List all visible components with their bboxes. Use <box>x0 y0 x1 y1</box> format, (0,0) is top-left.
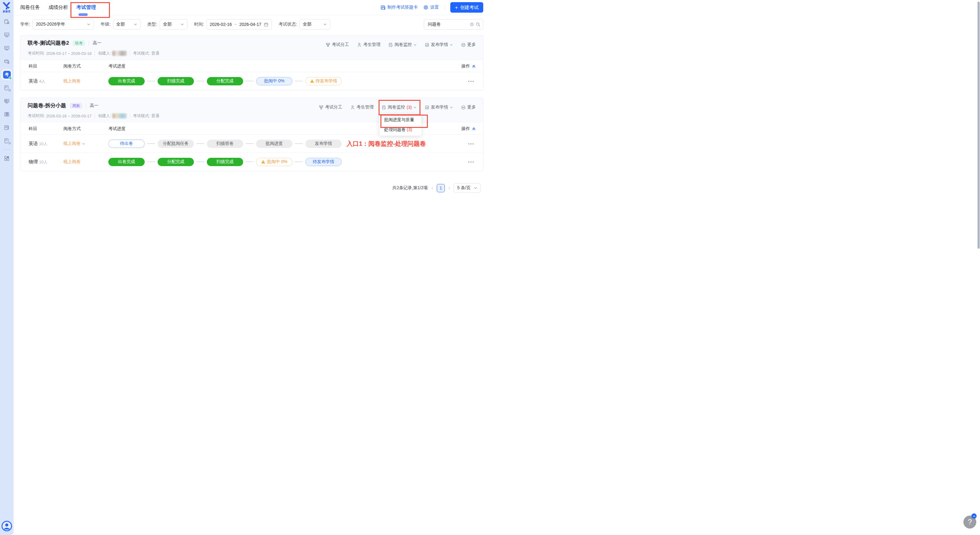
search-icon[interactable] <box>476 22 480 27</box>
step-connector <box>295 161 303 162</box>
progress-step[interactable]: 分配批阅任务 <box>158 140 194 148</box>
sidebar-item-paper-list[interactable] <box>3 124 10 131</box>
exam-status-label: 考试状态: <box>278 22 297 27</box>
progress-step[interactable]: 批阅中 0% <box>256 158 293 166</box>
monitor-pie-icon <box>4 98 10 104</box>
exam-assign-button[interactable]: 考试分工 <box>319 104 342 110</box>
step-connector <box>295 143 303 144</box>
row-more-button[interactable]: ··· <box>468 141 483 146</box>
step-connector <box>196 143 204 144</box>
make-answer-card-button[interactable]: 制作考试答题卡 <box>380 5 418 10</box>
sidebar-item-screen-report[interactable] <box>3 45 10 51</box>
progress-step[interactable]: 批阅进度 <box>256 140 293 148</box>
progress-step[interactable]: 待发布学情 <box>305 158 342 166</box>
step-connector <box>147 81 155 81</box>
page-number-1[interactable]: 1 <box>437 184 445 192</box>
sidebar-item-school-docs[interactable]: 校 <box>3 85 10 91</box>
search-input[interactable] <box>427 22 468 27</box>
sidebar-item-score-analysis[interactable] <box>3 32 10 38</box>
exam-card: 问题卷-拆分小题 周测 高一 考试时间: 2026-03-16 ~ 2026-0… <box>20 98 484 171</box>
type-select[interactable]: 全部 <box>160 19 188 30</box>
sidebar-item-screen-stats[interactable] <box>3 98 10 104</box>
problem-paper-count: (3) <box>407 127 412 132</box>
progress-step[interactable]: 批阅中 0% <box>256 77 293 85</box>
publish-report-button[interactable]: 发布学情 <box>425 104 453 110</box>
sidebar-item-resource-settings[interactable] <box>3 58 10 65</box>
publish-report-button[interactable]: 发布学情 <box>425 42 453 48</box>
progress-step[interactable]: 分配完成 <box>158 158 194 166</box>
date-separator: ~ <box>234 22 237 27</box>
column-method: 阅卷方式 <box>64 64 108 69</box>
date-range-input[interactable]: 2026-02-16 ~ 2026-04-17 <box>207 19 272 30</box>
progress-step[interactable]: 扫描完成 <box>207 158 243 166</box>
create-exam-button[interactable]: + 创建考试 <box>450 2 483 13</box>
progress-step[interactable]: 待发布学情 <box>305 77 342 85</box>
subject-cell: 英语10人 <box>20 141 64 147</box>
exam-assign-button[interactable]: 考试分工 <box>326 42 349 48</box>
tab-exam-management[interactable]: 考试管理 <box>76 4 96 11</box>
exam-grade: 高一 <box>90 103 99 109</box>
sidebar-item-class-docs[interactable]: 班 <box>3 137 10 144</box>
column-operation[interactable]: 操作 <box>461 64 483 69</box>
sidebar-item-apps[interactable] <box>3 155 10 162</box>
step-connector <box>295 81 303 81</box>
grading-monitor-button[interactable]: 阅卷监控 (3) 批阅进度与质量 处理问题卷 (3) <box>382 104 417 110</box>
settings-button[interactable]: 设置 <box>423 5 439 10</box>
calendar-icon <box>264 22 268 27</box>
progress-step[interactable]: 分配完成 <box>207 77 243 85</box>
sidebar-item-question-bank[interactable]: 题 <box>3 111 10 118</box>
exam-time: 2026-03-17 ~ 2026-03-18 <box>46 51 92 56</box>
date-start: 2026-02-16 <box>210 22 232 27</box>
card-gear-icon <box>4 58 10 64</box>
collapse-icon <box>472 64 476 68</box>
progress-step[interactable]: 扫描完成 <box>158 77 194 85</box>
grading-monitor-button[interactable]: 阅卷监控 <box>388 42 417 48</box>
sidebar-item-exam-management-active[interactable]: 考 <box>1 69 12 80</box>
progress-step[interactable]: 发布学情 <box>305 140 342 148</box>
table-row: 英语4人 线上阅卷 出卷完成 扫描完成 分配完成 批阅中 0% <box>20 72 483 90</box>
row-more-button[interactable]: ··· <box>468 78 483 84</box>
next-page-button[interactable]: › <box>449 185 450 190</box>
exam-card-header: 问题卷-拆分小题 周测 高一 考试时间: 2026-03-16 ~ 2026-0… <box>20 98 483 123</box>
exam-status-select[interactable]: 全部 <box>299 19 330 30</box>
tab-score-analysis[interactable]: 成绩分析 <box>48 4 68 11</box>
prev-page-button[interactable]: ‹ <box>431 185 433 190</box>
progress-step[interactable]: 出卷完成 <box>108 158 145 166</box>
pagination-summary: 共2条记录,第1/2项 <box>393 185 428 191</box>
chevron-down-icon <box>134 22 137 26</box>
clear-icon[interactable] <box>470 22 474 27</box>
step-connector <box>196 81 204 81</box>
book-person-icon <box>4 19 10 25</box>
dropdown-item-progress-quality[interactable]: 批阅进度与质量 <box>380 115 422 125</box>
column-operation[interactable]: 操作 <box>461 126 483 132</box>
progress-steps: 出卷完成 扫描完成 分配完成 批阅中 0% 待发布学情 <box>108 77 468 85</box>
logo-text: 新教育 <box>3 10 11 13</box>
method-cell[interactable]: 线上阅卷 <box>64 141 108 146</box>
more-icon <box>461 43 466 47</box>
sidebar-item-grading-tasks[interactable] <box>3 18 10 25</box>
progress-step[interactable]: 出卷完成 <box>108 77 145 85</box>
more-button[interactable]: 更多 <box>461 42 476 48</box>
subject-cell: 英语4人 <box>20 78 64 84</box>
grading-monitor-dropdown: 批阅进度与质量 处理问题卷 (3) <box>380 114 422 136</box>
warning-icon <box>310 79 314 83</box>
step-connector <box>246 81 254 81</box>
student-manage-button[interactable]: 考生管理 <box>357 42 380 48</box>
page-size-select[interactable]: 5 条/页 <box>454 184 481 193</box>
chart-icon <box>425 43 430 47</box>
school-year-select[interactable]: 2025-2026学年 <box>33 19 94 30</box>
progress-step[interactable]: 待出卷 <box>108 140 145 148</box>
grade-select[interactable]: 全部 <box>113 19 141 30</box>
progress-step[interactable]: 扫描答卷 <box>207 140 243 148</box>
exam-subject-table: 科目 阅卷方式 考试进度 操作 英语4人 线上阅卷 <box>20 61 483 90</box>
row-more-button[interactable]: ··· <box>468 159 483 164</box>
more-button[interactable]: 更多 <box>461 104 476 110</box>
exam-mode: 普通 <box>151 51 159 56</box>
tab-grading-tasks[interactable]: 阅卷任务 <box>20 4 40 11</box>
org-icon <box>319 105 323 110</box>
dropdown-item-handle-problem-papers[interactable]: 处理问题卷 (3) <box>380 125 422 135</box>
student-manage-button[interactable]: 考生管理 <box>350 104 374 110</box>
exam-time: 2026-03-16 ~ 2026-03-17 <box>46 114 92 118</box>
method-cell: 线上阅卷 <box>64 78 108 84</box>
method-cell: 线上阅卷 <box>64 159 108 164</box>
